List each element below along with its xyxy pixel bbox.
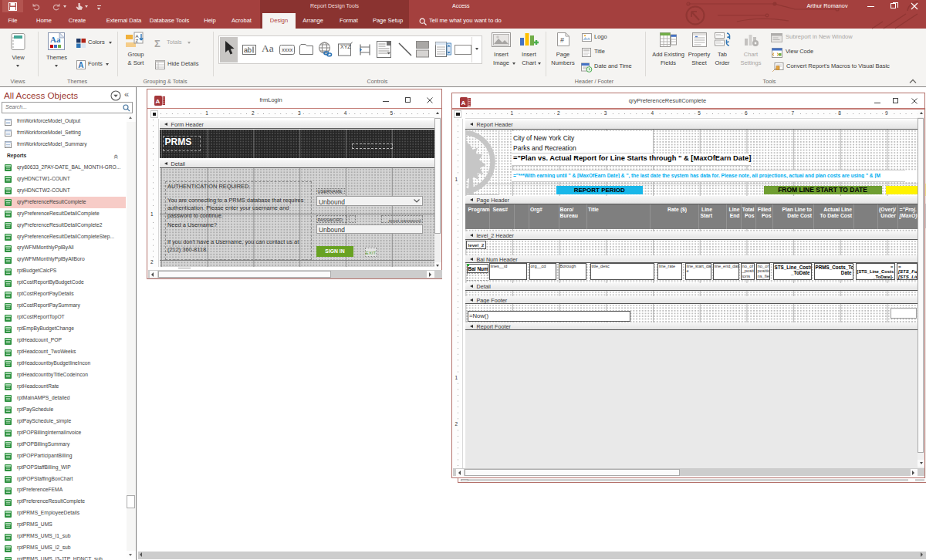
svg-text:ab: ab (244, 46, 252, 54)
svg-text:xxxx: xxxx (282, 47, 293, 52)
svg-text:A: A (156, 97, 161, 104)
svg-text:A: A (461, 99, 466, 106)
svg-text:#: # (560, 36, 564, 44)
svg-text:A: A (78, 61, 83, 69)
svg-text:Aa: Aa (50, 35, 61, 44)
svg-text:Z: Z (136, 39, 139, 43)
svg-text:A: A (136, 34, 139, 39)
svg-text:XYZ: XYZ (340, 44, 351, 49)
